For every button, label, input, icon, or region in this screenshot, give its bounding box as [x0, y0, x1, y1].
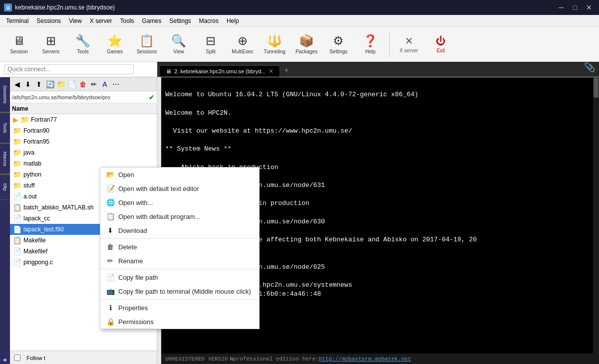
- list-item[interactable]: ▶ 📁 Fortran77: [10, 114, 157, 125]
- sidebar-sessions-tab[interactable]: Sessions: [0, 77, 10, 112]
- toolbar-sessions[interactable]: 📋 Sessions: [132, 29, 162, 59]
- menu-help[interactable]: Help: [223, 16, 243, 25]
- ctx-properties-label: Properties: [118, 304, 148, 312]
- ctx-download[interactable]: ⬇ Download: [100, 223, 259, 237]
- file-tb-rename[interactable]: ✏: [89, 79, 99, 89]
- file-tb-transfer[interactable]: A: [100, 79, 110, 89]
- toolbar-settings[interactable]: ⚙ Settings: [323, 29, 353, 59]
- tab-close-button[interactable]: ✕: [269, 68, 274, 75]
- file-tb-file[interactable]: 📄: [67, 79, 77, 89]
- ctx-open-label: Open: [118, 171, 134, 179]
- split-label: Split: [206, 49, 215, 54]
- toolbar-tools[interactable]: 🔧 Tools: [68, 29, 98, 59]
- ctx-separator-2: [100, 269, 259, 269]
- ctx-open-icon: 📂: [106, 171, 114, 179]
- sidebar-sftp-tab[interactable]: Sftp: [0, 175, 10, 200]
- toolbar-xserver[interactable]: ✕ X server: [394, 29, 424, 59]
- toolbar-view[interactable]: 🔍 View: [164, 29, 194, 59]
- exit-label: Exit: [437, 48, 445, 53]
- follow-checkbox[interactable]: [14, 355, 20, 361]
- name-column-header: Name: [12, 105, 28, 112]
- toolbar-help[interactable]: ❓ Help: [355, 29, 385, 59]
- file-icon: 📄: [13, 247, 21, 255]
- menu-xserver[interactable]: X server: [86, 16, 116, 25]
- list-item[interactable]: 📁 Fortran95: [10, 136, 157, 147]
- ctx-delete[interactable]: 🗑 Delete: [100, 240, 259, 254]
- ctx-properties[interactable]: ℹ Properties: [100, 301, 259, 315]
- ctx-permissions[interactable]: 🔒 Permissions: [100, 315, 259, 329]
- sidebar-tools-tab[interactable]: Tools: [0, 113, 10, 143]
- new-tab-button[interactable]: +: [280, 64, 293, 77]
- file-name: python: [23, 171, 41, 178]
- path-bar: /afs/hpc2n.umu.se/home/b/bbrydsoe/pro ✔: [10, 91, 157, 103]
- toolbar-tunneling[interactable]: 🔱 Tunneling: [260, 29, 290, 59]
- ctx-open-default-program[interactable]: 📋 Open with default program...: [100, 209, 259, 223]
- ctx-properties-icon: ℹ: [106, 304, 114, 312]
- menu-terminal[interactable]: Terminal: [2, 16, 32, 25]
- terminal-scrollbar[interactable]: [593, 77, 599, 354]
- ctx-open-text-editor[interactable]: 📝 Open with default text editor: [100, 182, 259, 195]
- ctx-open-with-icon: 🌐: [106, 198, 114, 206]
- file-tb-upload[interactable]: ⬆: [34, 79, 44, 89]
- file-tb-hidden[interactable]: ⋯: [111, 79, 121, 89]
- unreg-suffix: N: [230, 356, 233, 362]
- file-tb-delete[interactable]: 🗑: [78, 79, 88, 89]
- quick-connect-bar: [0, 62, 157, 77]
- file-tb-refresh[interactable]: 🔄: [45, 79, 55, 89]
- current-path: /afs/hpc2n.umu.se/home/b/bbrydsoe/pro: [12, 94, 148, 100]
- ctx-open[interactable]: 📂 Open: [100, 168, 259, 182]
- view-label: View: [173, 49, 184, 54]
- ctx-rename[interactable]: ✏ Rename: [100, 254, 259, 268]
- sidebar-macros-tab[interactable]: Macros: [0, 144, 10, 174]
- packages-label: Packages: [296, 49, 317, 54]
- settings-icon: ⚙: [333, 34, 344, 48]
- file-tb-folder[interactable]: 📁: [56, 79, 66, 89]
- menu-tools[interactable]: Tools: [116, 16, 138, 25]
- file-tb-download[interactable]: ⬇: [23, 79, 33, 89]
- list-item[interactable]: 📁 java: [10, 147, 157, 158]
- file-name: matlab: [23, 160, 41, 167]
- ctx-copy-path[interactable]: 📄 Copy file path: [100, 270, 259, 284]
- attachment-icon[interactable]: 📎: [584, 62, 595, 73]
- menu-games[interactable]: Games: [138, 16, 166, 25]
- follow-label: Follow t: [26, 355, 45, 361]
- xserver-label: X server: [399, 48, 418, 53]
- ctx-copy-path-terminal[interactable]: 📺 Copy file path to terminal (Middle mou…: [100, 284, 259, 298]
- menu-view[interactable]: View: [65, 16, 86, 25]
- list-item[interactable]: 📁 Fortran90: [10, 125, 157, 136]
- ctx-rename-icon: ✏: [106, 257, 114, 265]
- games-icon: ⭐: [107, 34, 122, 48]
- file-tb-nav-left[interactable]: ◀: [12, 79, 22, 89]
- session-label: Session: [10, 49, 28, 54]
- toolbar-session[interactable]: 🖥 Session: [4, 29, 34, 59]
- unregistered-bar: UNREGISTERED VERSIO N professional editi…: [161, 354, 599, 364]
- ctx-download-icon: ⬇: [106, 226, 114, 234]
- toolbar-exit[interactable]: ⏻ Exit: [426, 29, 456, 59]
- context-menu: 📂 Open 📝 Open with default text editor 🌐…: [100, 167, 260, 329]
- quick-connect-input[interactable]: [4, 64, 134, 74]
- toolbar-games[interactable]: ⭐ Games: [100, 29, 130, 59]
- ctx-rename-label: Rename: [118, 257, 143, 265]
- toolbar-multiexec[interactable]: ⊕ MultiExec: [228, 29, 258, 59]
- ctx-permissions-label: Permissions: [118, 318, 154, 326]
- ctx-open-with[interactable]: 🌐 Open with...: [100, 195, 259, 209]
- settings-label: Settings: [329, 49, 347, 54]
- maximize-button[interactable]: □: [569, 2, 581, 12]
- toolbar-servers[interactable]: ⊞ Servers: [36, 29, 66, 59]
- tab-bar: 🖥 2. kebnekaise.hpc2n.umu.se (bbryd... ✕…: [157, 62, 599, 77]
- file-icon: 📄: [13, 214, 21, 222]
- folder-icon: 📁: [13, 127, 21, 135]
- unreg-link[interactable]: http://mobaxterm.mobatek.net: [319, 356, 411, 362]
- menu-macros[interactable]: Macros: [195, 16, 223, 25]
- window-controls[interactable]: ─ □ ✕: [555, 2, 595, 12]
- menu-sessions[interactable]: Sessions: [32, 16, 65, 25]
- minimize-button[interactable]: ─: [555, 2, 567, 12]
- sidebar-bottom-icon[interactable]: ●: [0, 355, 10, 364]
- menu-settings[interactable]: Settings: [165, 16, 195, 25]
- toolbar-split[interactable]: ⊟ Split: [196, 29, 226, 59]
- sessions-icon: 📋: [139, 34, 154, 48]
- close-button[interactable]: ✕: [583, 2, 595, 12]
- toolbar-packages[interactable]: 📦 Packages: [292, 29, 321, 59]
- file-icon: 📄: [13, 225, 21, 233]
- terminal-tab-active[interactable]: 🖥 2. kebnekaise.hpc2n.umu.se (bbryd... ✕: [159, 65, 280, 77]
